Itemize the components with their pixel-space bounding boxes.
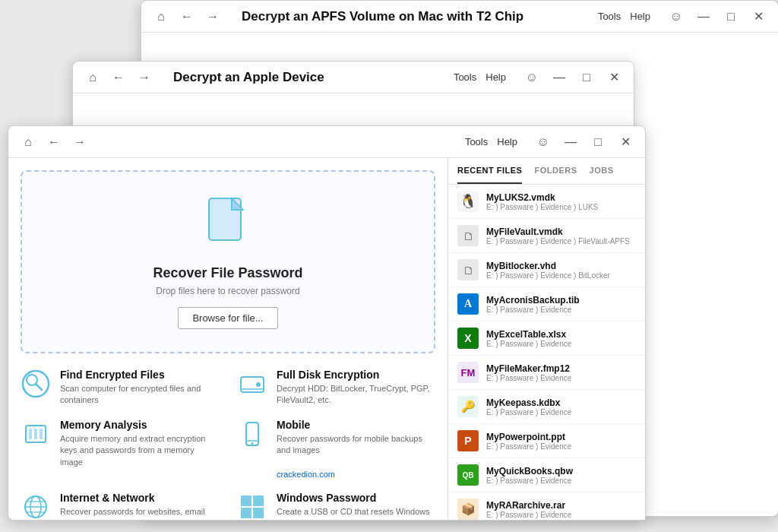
windows-password-text: Windows PasswordCreate a USB or CD that … bbox=[277, 492, 435, 520]
drop-zone[interactable]: Recover File Password Drop files here to… bbox=[21, 170, 435, 353]
find-encrypted-desc: Scan computer for encrypted files and co… bbox=[60, 383, 219, 407]
right-panel: RECENT FILESFOLDERSJOBS 🐧MyLUKS2.vmdkE: … bbox=[448, 158, 645, 520]
file-icon bbox=[37, 195, 419, 258]
mobile-link[interactable]: crackedion.com bbox=[277, 470, 335, 479]
memory-analysis-title: Memory Analysis bbox=[60, 419, 219, 431]
back-btn-w1[interactable]: ← bbox=[176, 6, 198, 27]
features-grid: Find Encrypted FilesScan computer for en… bbox=[21, 369, 435, 520]
tab-folders[interactable]: FOLDERS bbox=[534, 158, 577, 184]
file-item-name: MyKeepass.kdbx bbox=[486, 397, 636, 408]
full-disk-title: Full Disk Encryption bbox=[277, 369, 435, 381]
file-item-path: E: ) Passware ) Evidence bbox=[486, 442, 636, 451]
feature-mobile[interactable]: MobileRecover passwords for mobile backu… bbox=[237, 419, 435, 480]
svg-point-6 bbox=[256, 382, 261, 387]
forward-btn-w2[interactable]: → bbox=[134, 67, 155, 88]
win-controls-w1: ☺ — □ ✕ bbox=[666, 6, 769, 27]
win-controls-w3: ☺ — □ ✕ bbox=[533, 131, 636, 153]
emoji-btn-w2[interactable]: ☺ bbox=[521, 67, 542, 88]
file-item[interactable]: QBMyQuickBooks.qbwE: ) Passware ) Eviden… bbox=[448, 458, 645, 492]
file-item-info: MyLUKS2.vmdkE: ) Passware ) Evidence ) L… bbox=[486, 192, 636, 211]
file-item-path: E: ) Passware ) Evidence ) FileVault-APF… bbox=[486, 237, 636, 245]
menu-apfs: Tools Help ☺ — □ ✕ bbox=[598, 6, 769, 27]
file-item[interactable]: XMyExcelTable.xlsxE: ) Passware ) Eviden… bbox=[448, 321, 645, 356]
svg-rect-23 bbox=[253, 508, 264, 518]
tools-menu-w3[interactable]: Tools bbox=[465, 136, 488, 147]
close-btn-w2[interactable]: ✕ bbox=[603, 67, 625, 88]
file-item-icon: QB bbox=[457, 464, 479, 486]
back-btn-w2[interactable]: ← bbox=[108, 67, 129, 88]
find-encrypted-text: Find Encrypted FilesScan computer for en… bbox=[60, 369, 219, 407]
file-item-icon: 🗋 bbox=[457, 259, 479, 280]
tools-menu-w1[interactable]: Tools bbox=[598, 11, 621, 22]
feature-memory-analysis[interactable]: Memory AnalysisAcquire memory and extrac… bbox=[21, 419, 219, 480]
back-btn-w3[interactable]: ← bbox=[43, 131, 65, 153]
file-item[interactable]: 🗋MyFileVault.vmdkE: ) Passware ) Evidenc… bbox=[448, 219, 645, 253]
tools-menu-w2[interactable]: Tools bbox=[454, 71, 476, 83]
file-item-path: E: ) Passware ) Evidence ) BitLocker bbox=[486, 271, 636, 280]
file-item-info: MyQuickBooks.qbwE: ) Passware ) Evidence bbox=[486, 466, 636, 485]
file-item-name: MyFileMaker.fmp12 bbox=[486, 363, 636, 374]
minimize-btn-w3[interactable]: — bbox=[560, 131, 581, 153]
file-item-info: MyFileVault.vmdkE: ) Passware ) Evidence… bbox=[486, 226, 636, 245]
svg-rect-10 bbox=[34, 429, 37, 439]
feature-windows-password[interactable]: Windows PasswordCreate a USB or CD that … bbox=[237, 492, 435, 520]
file-item-name: MyPowerpoint.ppt bbox=[486, 432, 636, 442]
feature-internet-network[interactable]: Internet & NetworkRecover passwords for … bbox=[21, 492, 219, 520]
help-menu-w1[interactable]: Help bbox=[630, 11, 650, 22]
file-item[interactable]: AMyAcronisBackup.tibE: ) Passware ) Evid… bbox=[448, 287, 645, 321]
help-menu-w2[interactable]: Help bbox=[485, 71, 506, 83]
home-btn-w3[interactable]: ⌂ bbox=[17, 131, 39, 153]
file-item-icon: FM bbox=[457, 362, 479, 383]
emoji-btn-w1[interactable]: ☺ bbox=[666, 6, 687, 27]
file-item[interactable]: 🐧MyLUKS2.vmdkE: ) Passware ) Evidence ) … bbox=[448, 185, 645, 219]
nav-main: ⌂ ← → bbox=[17, 131, 90, 153]
dropzone-title: Recover File Password bbox=[37, 265, 419, 281]
forward-btn-w1[interactable]: → bbox=[202, 6, 223, 27]
svg-line-4 bbox=[36, 384, 42, 390]
maximize-btn-w2[interactable]: □ bbox=[576, 67, 597, 88]
tab-recent-files[interactable]: RECENT FILES bbox=[457, 158, 522, 184]
home-btn-w1[interactable]: ⌂ bbox=[150, 6, 172, 27]
file-item-path: E: ) Passware ) Evidence bbox=[486, 306, 636, 314]
maximize-btn-w3[interactable]: □ bbox=[587, 131, 609, 153]
home-btn-w2[interactable]: ⌂ bbox=[82, 67, 103, 88]
memory-analysis-icon bbox=[21, 419, 51, 449]
file-item[interactable]: PMyPowerpoint.pptE: ) Passware ) Evidenc… bbox=[448, 424, 645, 458]
forward-btn-w3[interactable]: → bbox=[69, 131, 90, 153]
file-item-name: MyFileVault.vmdk bbox=[486, 226, 636, 237]
menu-main: Tools Help ☺ — □ ✕ bbox=[465, 131, 636, 153]
file-item-info: MyExcelTable.xlsxE: ) Passware ) Evidenc… bbox=[486, 329, 636, 348]
file-item[interactable]: FMMyFileMaker.fmp12E: ) Passware ) Evide… bbox=[448, 356, 645, 390]
internet-network-desc: Recover passwords for websites, email an… bbox=[60, 506, 219, 520]
feature-full-disk[interactable]: Full Disk EncryptionDecrypt HDD: BitLock… bbox=[237, 369, 435, 407]
mobile-icon bbox=[237, 419, 267, 449]
file-list: 🐧MyLUKS2.vmdkE: ) Passware ) Evidence ) … bbox=[448, 185, 645, 520]
browse-button[interactable]: Browse for file... bbox=[178, 307, 277, 329]
title-apple: Decrypt an Apple Device bbox=[173, 70, 454, 85]
file-item-info: MyFileMaker.fmp12E: ) Passware ) Evidenc… bbox=[486, 363, 636, 382]
minimize-btn-w2[interactable]: — bbox=[549, 67, 570, 88]
svg-rect-22 bbox=[241, 508, 251, 518]
tab-jobs[interactable]: JOBS bbox=[590, 158, 614, 184]
minimize-btn-w1[interactable]: — bbox=[693, 6, 714, 27]
file-item[interactable]: 🗋MyBitlocker.vhdE: ) Passware ) Evidence… bbox=[448, 253, 645, 287]
close-btn-w3[interactable]: ✕ bbox=[615, 131, 636, 153]
title-apfs: Decrypt an APFS Volume on Mac with T2 Ch… bbox=[242, 9, 598, 24]
svg-rect-20 bbox=[241, 496, 251, 506]
titlebar-apple: ⌂ ← → Decrypt an Apple Device Tools Help… bbox=[73, 62, 634, 93]
feature-find-encrypted[interactable]: Find Encrypted FilesScan computer for en… bbox=[21, 369, 219, 407]
full-disk-desc: Decrypt HDD: BitLocker, TrueCrypt, PGP, … bbox=[277, 383, 435, 407]
left-panel: Recover File Password Drop files here to… bbox=[8, 158, 448, 520]
maximize-btn-w1[interactable]: □ bbox=[720, 6, 742, 27]
memory-analysis-text: Memory AnalysisAcquire memory and extrac… bbox=[60, 419, 219, 468]
window-main[interactable]: ⌂ ← → Tools Help ☺ — □ ✕ bbox=[8, 125, 646, 521]
close-btn-w1[interactable]: ✕ bbox=[748, 6, 769, 27]
emoji-btn-w3[interactable]: ☺ bbox=[533, 131, 554, 153]
help-menu-w3[interactable]: Help bbox=[497, 136, 517, 147]
find-encrypted-icon bbox=[21, 369, 51, 399]
file-item[interactable]: 🔑MyKeepass.kdbxE: ) Passware ) Evidence bbox=[448, 390, 645, 424]
mobile-desc: Recover passwords for mobile backups and… bbox=[277, 433, 435, 457]
titlebar-apfs: ⌂ ← → Decrypt an APFS Volume on Mac with… bbox=[141, 1, 778, 33]
file-item[interactable]: 📦MyRARarchive.rarE: ) Passware ) Evidenc… bbox=[448, 492, 645, 520]
file-item-path: E: ) Passware ) Evidence bbox=[486, 511, 636, 519]
